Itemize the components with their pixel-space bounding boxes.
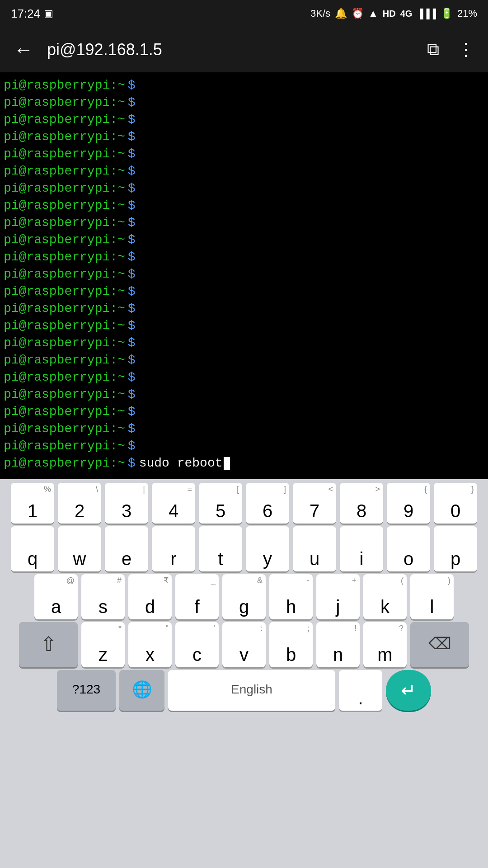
key-9[interactable]: { 9 — [387, 483, 430, 524]
key-n[interactable]: ! n — [316, 622, 360, 667]
key-q[interactable]: q — [11, 526, 54, 571]
key-s[interactable]: # s — [81, 574, 125, 619]
terminal-prompt-12: pi@raspberrypi:~ $ — [4, 266, 484, 283]
key-5[interactable]: [ 5 — [199, 483, 242, 524]
terminal-prompt-22: pi@raspberrypi:~ $ — [4, 438, 484, 455]
terminal-prompt-1: pi@raspberrypi:~ $ — [4, 77, 484, 94]
mute-icon: 🔔 — [335, 8, 347, 19]
terminal-prompt-3: pi@raspberrypi:~ $ — [4, 111, 484, 128]
num-toggle-button[interactable]: ?123 — [57, 670, 116, 711]
key-w[interactable]: w — [58, 526, 101, 571]
4g-label: 4G — [400, 9, 413, 19]
key-3[interactable]: | 3 — [105, 483, 148, 524]
terminal-cursor — [224, 457, 230, 470]
key-h[interactable]: - h — [269, 574, 313, 619]
terminal-prompt-8: pi@raspberrypi:~ $ — [4, 197, 484, 214]
status-bar: 17:24 ▣ 3K/s 🔔 ⏰ ▲ HD 4G ▐▐▐ 🔋 21% — [0, 0, 488, 27]
backspace-button[interactable]: ⌫ — [410, 622, 469, 667]
key-d[interactable]: ₹ d — [128, 574, 172, 619]
terminal-active-line: pi@raspberrypi:~ $ sudo reboot — [4, 455, 484, 472]
spacebar-button[interactable]: English — [168, 670, 335, 711]
terminal-prompt-9: pi@raspberrypi:~ $ — [4, 214, 484, 231]
key-i[interactable]: i — [340, 526, 383, 571]
status-right: 3K/s 🔔 ⏰ ▲ HD 4G ▐▐▐ 🔋 21% — [310, 8, 477, 19]
key-p[interactable]: p — [434, 526, 477, 571]
key-k[interactable]: ( k — [363, 574, 407, 619]
spacebar-label: English — [231, 682, 272, 697]
shift-button[interactable]: ⇧ — [19, 622, 78, 667]
key-8[interactable]: > 8 — [340, 483, 383, 524]
back-button[interactable]: ← — [9, 34, 38, 66]
battery-percent: 21% — [457, 8, 477, 19]
current-command: sudo reboot — [139, 455, 223, 472]
speed-display: 3K/s — [310, 8, 330, 19]
key-x[interactable]: " x — [128, 622, 172, 667]
signal-icon: ▐▐▐ — [417, 9, 436, 19]
terminal-prompt-14: pi@raspberrypi:~ $ — [4, 300, 484, 317]
hd-label: HD — [383, 9, 396, 19]
num-toggle-label: ?123 — [72, 682, 100, 697]
key-j[interactable]: + j — [316, 574, 360, 619]
wifi-icon: ▲ — [368, 8, 378, 19]
terminal-prompt-19: pi@raspberrypi:~ $ — [4, 386, 484, 403]
key-r[interactable]: r — [152, 526, 195, 571]
connection-title: pi@192.168.1.5 — [47, 40, 413, 59]
keyboard-row-z: ⇧ * z " x ' c : v ; b ! n ? m — [2, 622, 486, 667]
terminal-prompt-10: pi@raspberrypi:~ $ — [4, 231, 484, 249]
terminal-prompt-18: pi@raspberrypi:~ $ — [4, 369, 484, 386]
keyboard: % 1 \ 2 | 3 = 4 [ 5 ] 6 < 7 > 8 — [0, 479, 488, 868]
key-7[interactable]: < 7 — [293, 483, 336, 524]
terminal-prompt-15: pi@raspberrypi:~ $ — [4, 317, 484, 335]
time-display: 17:24 — [11, 7, 40, 21]
backspace-icon: ⌫ — [428, 634, 451, 653]
terminal-prompt-17: pi@raspberrypi:~ $ — [4, 352, 484, 369]
menu-button[interactable]: ⋮ — [453, 35, 479, 64]
terminal-area[interactable]: pi@raspberrypi:~ $ pi@raspberrypi:~ $ pi… — [0, 72, 488, 479]
status-left: 17:24 ▣ — [11, 7, 53, 21]
key-v[interactable]: : v — [222, 622, 266, 667]
key-c[interactable]: ' c — [175, 622, 219, 667]
keyboard-row-a: @ a # s ₹ d _ f & g - h + j ( k — [2, 574, 486, 619]
terminal-prompt-20: pi@raspberrypi:~ $ — [4, 403, 484, 420]
key-1[interactable]: % 1 — [11, 483, 54, 524]
key-u[interactable]: u — [293, 526, 336, 571]
terminal-prompt-6: pi@raspberrypi:~ $ — [4, 163, 484, 180]
key-e[interactable]: e — [105, 526, 148, 571]
key-2[interactable]: \ 2 — [58, 483, 101, 524]
terminal-prompt-5: pi@raspberrypi:~ $ — [4, 146, 484, 163]
key-o[interactable]: o — [387, 526, 430, 571]
globe-icon: 🌐 — [132, 680, 152, 699]
enter-button[interactable]: ↵ — [386, 670, 431, 711]
terminal-prompt-2: pi@raspberrypi:~ $ — [4, 94, 484, 111]
key-0[interactable]: } 0 — [434, 483, 477, 524]
clipboard-button[interactable]: ⧉ — [422, 35, 444, 64]
keyboard-bottom-row: ?123 🌐 English . ↵ — [2, 670, 486, 711]
key-b[interactable]: ; b — [269, 622, 313, 667]
terminal-prompt-11: pi@raspberrypi:~ $ — [4, 249, 484, 266]
terminal-prompt-13: pi@raspberrypi:~ $ — [4, 283, 484, 300]
key-g[interactable]: & g — [222, 574, 266, 619]
keyboard-number-row: % 1 \ 2 | 3 = 4 [ 5 ] 6 < 7 > 8 — [2, 483, 486, 524]
key-4[interactable]: = 4 — [152, 483, 195, 524]
key-m[interactable]: ? m — [363, 622, 407, 667]
battery-icon: 🔋 — [441, 8, 453, 19]
globe-button[interactable]: 🌐 — [119, 670, 164, 711]
key-f[interactable]: _ f — [175, 574, 219, 619]
shift-icon: ⇧ — [40, 632, 57, 656]
key-z[interactable]: * z — [81, 622, 125, 667]
keyboard-row-q: q w e r t y u i o p — [2, 526, 486, 571]
terminal-prompt-16: pi@raspberrypi:~ $ — [4, 335, 484, 352]
toolbar: ← pi@192.168.1.5 ⧉ ⋮ — [0, 27, 488, 72]
key-6[interactable]: ] 6 — [246, 483, 289, 524]
key-y[interactable]: y — [246, 526, 289, 571]
terminal-prompt-21: pi@raspberrypi:~ $ — [4, 420, 484, 438]
key-a[interactable]: @ a — [34, 574, 78, 619]
terminal-prompt-7: pi@raspberrypi:~ $ — [4, 180, 484, 197]
terminal-icon: ▣ — [44, 8, 53, 19]
terminal-prompt-4: pi@raspberrypi:~ $ — [4, 128, 484, 146]
key-l[interactable]: ) l — [410, 574, 454, 619]
enter-icon: ↵ — [401, 680, 416, 701]
key-period[interactable]: . — [339, 670, 382, 711]
alarm-icon: ⏰ — [352, 8, 364, 19]
key-t[interactable]: t — [199, 526, 242, 571]
